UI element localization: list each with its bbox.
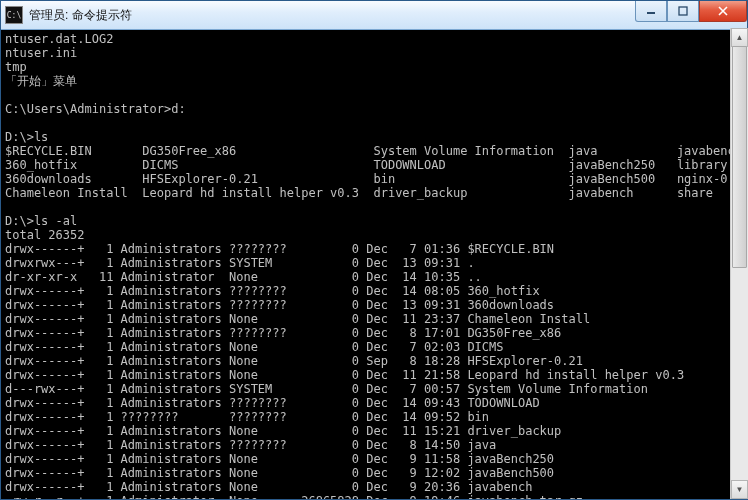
window-title: 管理员: 命令提示符 [29, 7, 132, 24]
scroll-up-button[interactable]: ▲ [731, 28, 748, 47]
command-prompt-window: C:\ 管理员: 命令提示符 ntuser.dat.LOG2 ntuser.in… [0, 0, 748, 500]
window-buttons [635, 1, 747, 22]
svg-rect-0 [647, 12, 655, 14]
maximize-button[interactable] [667, 1, 699, 22]
cmd-icon: C:\ [5, 6, 23, 24]
minimize-button[interactable] [635, 1, 667, 22]
terminal-output[interactable]: ntuser.dat.LOG2 ntuser.ini tmp 「开始」菜单 C:… [1, 30, 747, 499]
svg-rect-1 [679, 7, 687, 15]
scroll-down-button[interactable]: ▼ [731, 480, 748, 499]
vertical-scrollbar[interactable]: ▲ ▼ [730, 28, 748, 499]
titlebar[interactable]: C:\ 管理员: 命令提示符 [1, 1, 747, 30]
close-button[interactable] [699, 1, 747, 22]
scroll-thumb[interactable] [732, 46, 747, 268]
